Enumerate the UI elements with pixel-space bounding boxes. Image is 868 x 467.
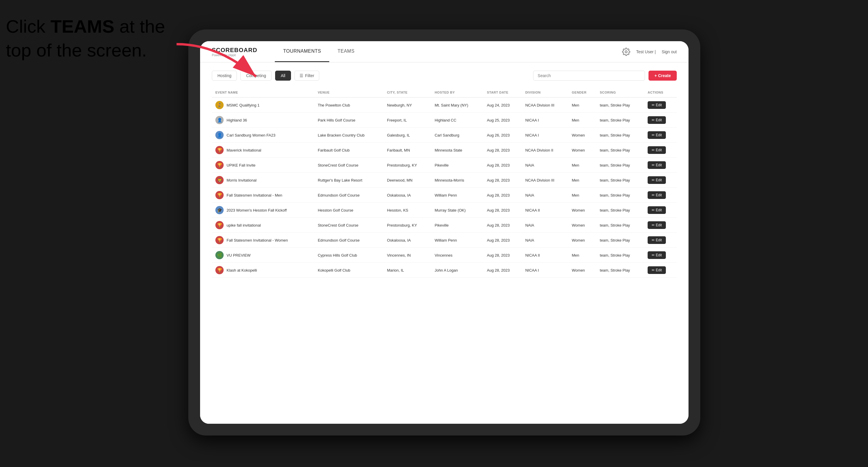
scoring-cell: team, Stroke Play <box>596 97 644 113</box>
city-cell: Prestonsburg, KY <box>383 218 431 233</box>
gender-cell: Men <box>568 97 596 113</box>
date-cell: Aug 28, 2023 <box>484 158 522 173</box>
venue-cell: Cypress Hills Golf Club <box>314 248 383 263</box>
event-name-cell: 🏆 UPIKE Fall Invite <box>212 158 314 173</box>
actions-cell: ✏ Edit <box>644 263 677 278</box>
division-cell: NICAA I <box>522 263 568 278</box>
edit-button[interactable]: ✏ Edit <box>648 161 666 169</box>
event-name-cell: 🏆 Klash at Kokopelli <box>212 263 314 278</box>
venue-cell: Faribault Golf Club <box>314 143 383 158</box>
date-cell: Aug 24, 2023 <box>484 97 522 113</box>
actions-cell: ✏ Edit <box>644 218 677 233</box>
actions-cell: ✏ Edit <box>644 233 677 248</box>
city-cell: Faribault, MN <box>383 143 431 158</box>
settings-icon[interactable] <box>622 48 630 56</box>
gender-cell: Women <box>568 203 596 218</box>
scoring-cell: team, Stroke Play <box>596 218 644 233</box>
create-button[interactable]: + Create <box>649 71 677 81</box>
division-cell: NCAA Division III <box>522 97 568 113</box>
edit-button[interactable]: ✏ Edit <box>648 146 666 154</box>
venue-cell: StoneCrest Golf Course <box>314 158 383 173</box>
edit-button[interactable]: ✏ Edit <box>648 176 666 184</box>
event-name: MSMC Qualifying 1 <box>226 103 259 107</box>
event-icon: 🏆 <box>215 146 224 154</box>
search-input[interactable] <box>537 73 641 78</box>
event-name: Highland 36 <box>226 118 247 122</box>
event-icon: 🏆 <box>215 191 224 199</box>
table-row: 🌿 VU PREVIEW Cypress Hills Golf Club Vin… <box>212 248 677 263</box>
table-row: 🎓 2023 Women's Hesston Fall Kickoff Hess… <box>212 203 677 218</box>
venue-cell: Kokopelli Golf Club <box>314 263 383 278</box>
event-name-cell: 🦁 Morris Invitational <box>212 173 314 188</box>
gender-cell: Women <box>568 143 596 158</box>
actions-cell: ✏ Edit <box>644 158 677 173</box>
gender-cell: Men <box>568 173 596 188</box>
col-date: START DATE <box>484 88 522 97</box>
col-hosted: HOSTED BY <box>431 88 484 97</box>
signout-link[interactable]: Sign out <box>662 50 677 54</box>
city-cell: Vincennes, IN <box>383 248 431 263</box>
edit-button[interactable]: ✏ Edit <box>648 266 666 274</box>
division-cell: NAIA <box>522 233 568 248</box>
edit-button[interactable]: ✏ Edit <box>648 101 666 109</box>
hosted-cell: William Penn <box>431 188 484 203</box>
hosted-cell: Highland CC <box>431 113 484 128</box>
tab-tournaments[interactable]: TOURNAMENTS <box>275 41 329 62</box>
event-name: upike fall invitational <box>226 223 261 227</box>
division-cell: NAIA <box>522 218 568 233</box>
division-cell: NICAA II <box>522 248 568 263</box>
gender-cell: Men <box>568 188 596 203</box>
event-name: Carl Sandburg Women FA23 <box>226 133 275 137</box>
col-division: DIVISION <box>522 88 568 97</box>
edit-button[interactable]: ✏ Edit <box>648 191 666 199</box>
actions-cell: ✏ Edit <box>644 97 677 113</box>
division-cell: NAIA <box>522 188 568 203</box>
city-cell: Freeport, IL <box>383 113 431 128</box>
event-name: Morris Invitational <box>226 178 256 182</box>
actions-cell: ✏ Edit <box>644 188 677 203</box>
actions-cell: ✏ Edit <box>644 248 677 263</box>
tab-teams[interactable]: TEAMS <box>329 41 363 62</box>
edit-button[interactable]: ✏ Edit <box>648 236 666 244</box>
venue-cell: The Powelton Club <box>314 97 383 113</box>
event-name: Fall Statesmen Invitational - Women <box>226 238 288 243</box>
edit-button[interactable]: ✏ Edit <box>648 221 666 229</box>
hosted-cell: Carl Sandburg <box>431 128 484 143</box>
event-name: VU PREVIEW <box>226 253 251 257</box>
table-row: 🏆 upike fall invitational StoneCrest Gol… <box>212 218 677 233</box>
edit-button[interactable]: ✏ Edit <box>648 131 666 139</box>
hosted-cell: Vincennes <box>431 248 484 263</box>
scoring-cell: team, Stroke Play <box>596 203 644 218</box>
city-cell: Oskaloosa, IA <box>383 188 431 203</box>
col-gender: GENDER <box>568 88 596 97</box>
filter-options-btn[interactable]: ☰ Filter <box>294 71 319 81</box>
date-cell: Aug 28, 2023 <box>484 263 522 278</box>
edit-button[interactable]: ✏ Edit <box>648 251 666 259</box>
division-cell: NCAA Division III <box>522 173 568 188</box>
edit-button[interactable]: ✏ Edit <box>648 206 666 214</box>
date-cell: Aug 26, 2023 <box>484 128 522 143</box>
event-name: UPIKE Fall Invite <box>226 163 255 167</box>
actions-cell: ✏ Edit <box>644 143 677 158</box>
venue-cell: Park Hills Golf Course <box>314 113 383 128</box>
hosted-cell: Minnesota State <box>431 143 484 158</box>
gender-cell: Women <box>568 218 596 233</box>
date-cell: Aug 28, 2023 <box>484 143 522 158</box>
venue-cell: Ruttger's Bay Lake Resort <box>314 173 383 188</box>
table-row: 👤 Carl Sandburg Women FA23 Lake Bracken … <box>212 128 677 143</box>
table-row: 🏆 Fall Statesmen Invitational - Women Ed… <box>212 233 677 248</box>
scoring-cell: team, Stroke Play <box>596 248 644 263</box>
gender-cell: Women <box>568 128 596 143</box>
svg-point-1 <box>625 51 627 53</box>
event-icon: 🎓 <box>215 206 224 214</box>
table-row: 🏆 Fall Statesmen Invitational - Men Edmu… <box>212 188 677 203</box>
edit-button[interactable]: ✏ Edit <box>648 116 666 124</box>
hosted-cell: Murray State (OK) <box>431 203 484 218</box>
venue-cell: Hesston Golf Course <box>314 203 383 218</box>
hosted-cell: Minnesota-Morris <box>431 173 484 188</box>
hosted-cell: William Penn <box>431 233 484 248</box>
event-name-cell: 👤 Highland 36 <box>212 113 314 128</box>
scoring-cell: team, Stroke Play <box>596 128 644 143</box>
col-venue: VENUE <box>314 88 383 97</box>
event-name: Klash at Kokopelli <box>226 268 257 273</box>
